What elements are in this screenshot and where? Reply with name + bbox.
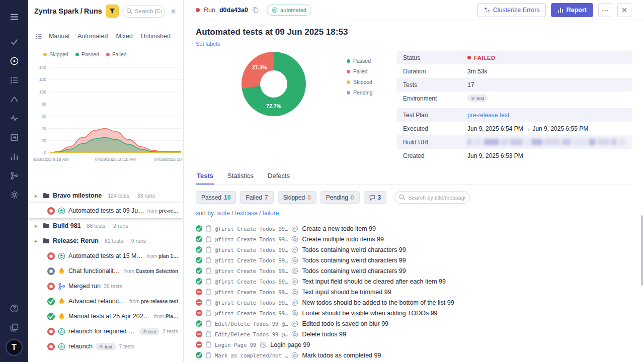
nav-analytics-button[interactable] xyxy=(6,110,23,127)
legend-failed[interactable]: Failed xyxy=(106,51,127,57)
set-labels-link[interactable]: Set labels xyxy=(196,41,220,47)
clusterize-errors-button[interactable]: Clusterize Errors xyxy=(477,3,546,17)
report-button[interactable]: Report xyxy=(551,3,593,17)
legend-label: Skipped xyxy=(353,79,372,85)
run-row[interactable]: Manual tests at 25 Apr 2025 10:06 Copyfr… xyxy=(28,309,183,324)
environment-badge[interactable]: test xyxy=(467,95,488,102)
run-folder-row[interactable]: ▸Bravo milestone124 tests33 runs xyxy=(28,188,183,203)
nav-test-plans-button[interactable] xyxy=(6,71,23,88)
more-button[interactable]: ⋯ xyxy=(598,3,612,17)
filter-comments-button[interactable]: 3 xyxy=(364,191,387,204)
passed-percent-label: 72.7% xyxy=(266,103,281,109)
nav-branches-button[interactable] xyxy=(6,167,23,184)
panel-tab-unfinished[interactable]: Unfinished xyxy=(141,33,171,40)
results-donut-chart[interactable]: 72.7%27.3% xyxy=(242,52,306,116)
filter-failed-button[interactable]: Failed7 xyxy=(240,191,273,204)
nav-reports-button[interactable] xyxy=(6,148,23,165)
search-icon xyxy=(399,194,405,200)
nav-tasks-button[interactable] xyxy=(6,33,23,50)
clipboard-icon xyxy=(206,352,211,358)
donut-legend-skipped[interactable]: Skipped xyxy=(347,79,390,85)
filter-button[interactable] xyxy=(106,5,119,18)
test-row[interactable]: Edit/Delete Todos 99 @…Delete todos 99 xyxy=(196,329,632,339)
automated-badge[interactable]: automated xyxy=(267,5,311,16)
menu-button[interactable] xyxy=(6,8,23,25)
test-row[interactable]: @first Create Todos 99…Text input field … xyxy=(196,276,632,287)
nav-copies-button[interactable] xyxy=(6,319,23,336)
nav-runs-button[interactable] xyxy=(6,52,23,69)
run-meta: 2 tests xyxy=(163,328,178,334)
folder-runs-count: 9 runs xyxy=(131,238,146,244)
tab-tests[interactable]: Tests xyxy=(196,168,214,184)
test-row[interactable]: @first Create Todos 99…Text input should… xyxy=(196,287,632,297)
svg-text:04/29/2025 10: 04/29/2025 10 xyxy=(154,157,182,162)
legend-label: Skipped xyxy=(49,51,68,57)
tab-defects[interactable]: Defects xyxy=(267,168,291,184)
run-row[interactable]: relaunchtest7 tests xyxy=(28,339,183,354)
caret-icon: ▸ xyxy=(35,238,40,244)
info-label: Tests xyxy=(403,81,467,88)
run-folder-row[interactable]: ▸Release: Rerun61 tests9 runs xyxy=(28,233,183,248)
legend-passed[interactable]: Passed xyxy=(75,51,99,57)
run-from: from Pla… xyxy=(154,314,178,319)
panel-tab-manual[interactable]: Manual xyxy=(49,33,69,40)
test-row[interactable]: Login Page 99Login page 99 xyxy=(196,339,632,350)
run-row[interactable]: Chat functionality test Copyfrom Custom … xyxy=(28,263,183,279)
run-row[interactable]: relaunch for required grouptest2 tests xyxy=(28,324,183,339)
scrollbar-thumb[interactable] xyxy=(641,215,643,286)
nav-trends-button[interactable] xyxy=(6,90,23,108)
test-row[interactable]: @first Create Todos 99…New todos should … xyxy=(196,297,632,308)
panel-tab-mixed[interactable]: Mixed xyxy=(116,33,132,40)
test-row[interactable]: @first Create Todos 99…Todos containing … xyxy=(196,265,632,276)
tests-search-input[interactable] xyxy=(394,191,470,204)
panel-tab-automated[interactable]: Automated xyxy=(77,33,108,40)
test-row[interactable]: @first Create Todos 99…Create a new todo… xyxy=(196,223,632,234)
donut-legend-pending[interactable]: Pending xyxy=(347,89,390,96)
close-run-button[interactable]: ✕ xyxy=(617,3,631,17)
badge-label: test xyxy=(105,344,112,349)
test-row[interactable]: @first Create Todos 99…Footer should be … xyxy=(196,308,632,318)
test-suite: Edit/Delete Todos 99 @… xyxy=(215,331,288,337)
test-plan-link[interactable]: pre-release test xyxy=(467,112,509,119)
clipboard-icon xyxy=(206,225,211,232)
failed-status-icon xyxy=(196,299,202,306)
run-row[interactable]: Merged run36 tests xyxy=(28,279,183,294)
info-row-build-url: Build URL xyxy=(397,135,632,149)
run-row[interactable]: Advanced relaunch test Copyfrom pre-rele… xyxy=(28,294,183,309)
copy-run-id-button[interactable] xyxy=(252,7,259,13)
run-row[interactable]: Automated tests at 09 Jun 2025 18:53from… xyxy=(28,203,183,218)
donut-zone: 72.7%27.3% xyxy=(196,51,327,162)
filter-passed-button[interactable]: Passed10 xyxy=(196,191,236,204)
test-title: New todos should be added to the bottom … xyxy=(302,299,454,306)
tab-statistics[interactable]: Statistics xyxy=(226,168,255,184)
nav-help-button[interactable] xyxy=(6,300,23,317)
legend-dot xyxy=(347,70,350,73)
legend-dot xyxy=(43,53,47,56)
nav-settings-button[interactable] xyxy=(6,186,23,203)
filter-pending-button[interactable]: Pending0 xyxy=(320,191,360,204)
run-row[interactable]: Automated tests at 15 May 2025 12:32from… xyxy=(28,248,183,263)
svg-text:40: 40 xyxy=(42,126,47,131)
test-suite: Mark as completed/not … xyxy=(215,352,288,358)
nav-import-button[interactable] xyxy=(6,129,23,146)
app-logo[interactable]: T xyxy=(6,339,23,356)
sort-option-failure[interactable]: failure xyxy=(263,210,279,217)
sort-option-testcase[interactable]: testcase xyxy=(235,210,258,217)
test-row[interactable]: @first Create Todos 99…Create multiple t… xyxy=(196,234,632,244)
sort-option-suite[interactable]: suite xyxy=(217,210,230,217)
robot-icon xyxy=(291,278,298,285)
legend-skipped[interactable]: Skipped xyxy=(43,51,68,57)
select-runs-icon[interactable] xyxy=(35,33,42,40)
filter-skipped-button[interactable]: Skipped0 xyxy=(278,191,316,204)
panel-close-button[interactable]: ✕ xyxy=(169,7,178,16)
donut-legend-failed[interactable]: Failed xyxy=(347,68,390,74)
test-row[interactable]: @first Create Todos 99…Todos containing … xyxy=(196,255,632,265)
flame-icon xyxy=(58,313,65,320)
test-row[interactable]: Edit/Delete Todos 99 @…Edited todo is sa… xyxy=(196,318,632,329)
test-row[interactable]: @first Create Todos 99…Todos containing … xyxy=(196,244,632,255)
test-suite: @first Create Todos 99… xyxy=(215,257,288,263)
donut-legend-passed[interactable]: Passed xyxy=(347,58,390,64)
test-row[interactable]: Mark as completed/not …Mark todos as com… xyxy=(196,350,632,360)
run-folder-row[interactable]: ▸Build 98188 tests2 runs xyxy=(28,218,183,233)
legend-dot xyxy=(347,59,350,63)
